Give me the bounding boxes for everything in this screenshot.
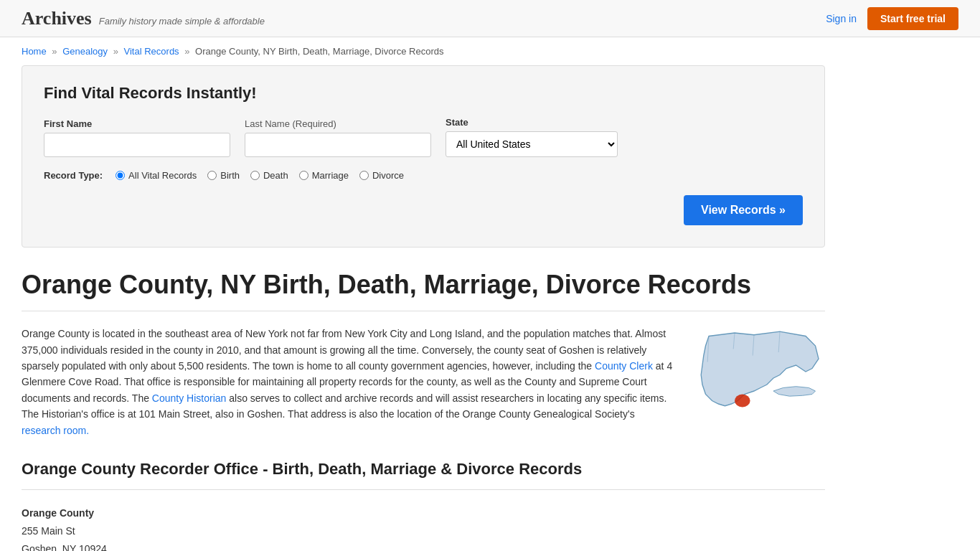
last-name-label: Last Name (Required)	[245, 118, 431, 129]
radio-birth[interactable]: Birth	[207, 170, 240, 181]
first-name-input[interactable]	[44, 133, 230, 157]
last-name-field-group: Last Name (Required)	[245, 118, 431, 157]
content-text: Orange County is located in the southeas…	[22, 326, 674, 438]
search-title: Find Vital Records Instantly!	[44, 84, 803, 103]
county-clerk-link[interactable]: County Clerk	[595, 360, 653, 372]
section2-heading: Orange County Recorder Office - Birth, D…	[22, 460, 825, 479]
site-logo: Archives	[22, 8, 92, 29]
radio-birth-input[interactable]	[207, 171, 217, 180]
radio-death-input[interactable]	[250, 171, 260, 180]
radio-all-vital-label: All Vital Records	[128, 170, 197, 181]
radio-divorce-input[interactable]	[359, 171, 369, 180]
radio-marriage-input[interactable]	[299, 171, 308, 180]
view-records-button[interactable]: View Records »	[684, 195, 803, 225]
start-trial-button[interactable]: Start free trial	[867, 7, 958, 30]
address-city: Goshen, NY 10924	[22, 543, 107, 551]
view-records-area: View Records »	[44, 195, 803, 225]
breadcrumb-current: Orange County, NY Birth, Death, Marriage…	[195, 46, 443, 57]
record-type-radio-group: All Vital Records Birth Death Marriage D…	[116, 170, 404, 181]
state-field-group: State All United States	[446, 117, 618, 157]
last-name-required: (Required)	[293, 118, 336, 129]
county-historian-link[interactable]: County Historian	[152, 392, 227, 404]
record-type-label: Record Type:	[44, 170, 103, 181]
last-name-input[interactable]	[245, 133, 431, 157]
radio-death-label: Death	[263, 170, 288, 181]
radio-all-vital[interactable]: All Vital Records	[116, 170, 197, 181]
search-fields: First Name Last Name (Required) State Al…	[44, 117, 803, 157]
section2-divider	[22, 489, 825, 490]
first-name-label: First Name	[44, 118, 230, 129]
breadcrumb-sep-1: »	[52, 46, 57, 57]
page-title: Orange County, NY Birth, Death, Marriage…	[22, 269, 825, 300]
radio-divorce-label: Divorce	[372, 170, 404, 181]
first-name-field-group: First Name	[44, 118, 230, 157]
radio-marriage-label: Marriage	[312, 170, 349, 181]
radio-marriage[interactable]: Marriage	[299, 170, 349, 181]
site-tagline: Family history made simple & affordable	[99, 16, 265, 27]
radio-all-vital-input[interactable]	[116, 171, 125, 180]
breadcrumb-sep-2: »	[113, 46, 118, 57]
content-section: Orange County is located in the southeas…	[22, 326, 825, 438]
state-select[interactable]: All United States	[446, 131, 618, 157]
svg-marker-1	[773, 387, 816, 397]
state-label: State	[446, 117, 618, 128]
radio-birth-label: Birth	[220, 170, 240, 181]
address-street: 255 Main St	[22, 525, 75, 537]
radio-divorce[interactable]: Divorce	[359, 170, 404, 181]
header-logo-area: Archives Family history made simple & af…	[22, 8, 265, 29]
svg-point-2	[735, 395, 750, 408]
record-type-row: Record Type: All Vital Records Birth Dea…	[44, 170, 803, 181]
address-block: Orange County 255 Main St Goshen, NY 109…	[22, 504, 825, 551]
site-header: Archives Family history made simple & af…	[0, 0, 980, 37]
sign-in-link[interactable]: Sign in	[826, 13, 857, 24]
search-box: Find Vital Records Instantly! First Name…	[22, 65, 825, 248]
breadcrumb-vital-records[interactable]: Vital Records	[124, 46, 179, 57]
radio-death[interactable]: Death	[250, 170, 288, 181]
main-content: Find Vital Records Instantly! First Name…	[0, 65, 847, 551]
address-name: Orange County	[22, 507, 94, 519]
breadcrumb-home[interactable]: Home	[22, 46, 47, 57]
breadcrumb-genealogy[interactable]: Genealogy	[62, 46, 108, 57]
map-container	[696, 326, 825, 438]
ny-state-map	[696, 326, 825, 437]
header-actions: Sign in Start free trial	[826, 7, 958, 30]
title-divider	[22, 311, 825, 311]
research-room-link[interactable]: research room.	[22, 425, 89, 436]
breadcrumb: Home » Genealogy » Vital Records » Orang…	[0, 37, 980, 65]
breadcrumb-sep-3: »	[184, 46, 189, 57]
